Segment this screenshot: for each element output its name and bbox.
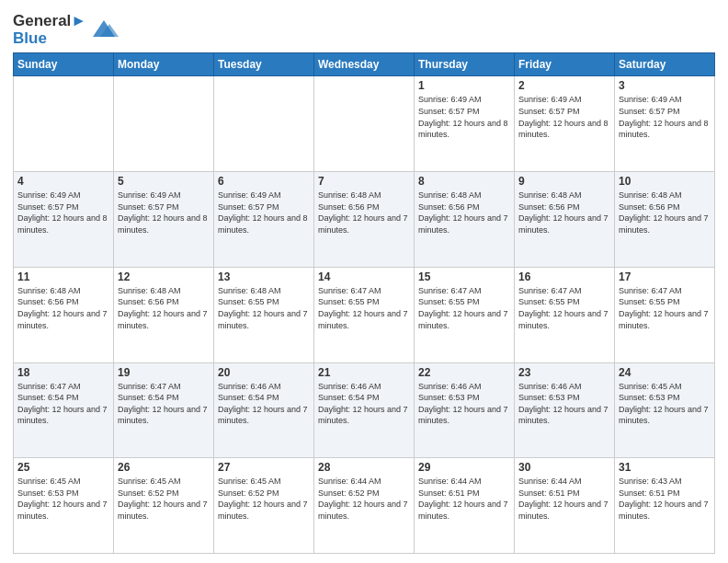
cell-info: Sunrise: 6:44 AMSunset: 6:51 PMDaylight:… (518, 476, 610, 522)
cell-info: Sunrise: 6:47 AMSunset: 6:54 PMDaylight:… (17, 381, 109, 427)
calendar-cell: 11Sunrise: 6:48 AMSunset: 6:56 PMDayligh… (14, 267, 114, 362)
cell-info: Sunrise: 6:48 AMSunset: 6:55 PMDaylight:… (218, 285, 310, 331)
calendar-cell (214, 76, 314, 172)
logo-blue-text: Blue (13, 30, 86, 48)
cell-info: Sunrise: 6:47 AMSunset: 6:55 PMDaylight:… (318, 285, 410, 331)
day-number: 25 (17, 461, 109, 474)
cell-info: Sunrise: 6:46 AMSunset: 6:54 PMDaylight:… (218, 381, 310, 427)
day-number: 26 (118, 461, 210, 474)
day-number: 9 (518, 175, 610, 188)
col-tuesday: Tuesday (214, 53, 314, 76)
cell-info: Sunrise: 6:49 AMSunset: 6:57 PMDaylight:… (17, 190, 109, 236)
day-number: 20 (218, 366, 310, 379)
col-saturday: Saturday (615, 53, 715, 76)
calendar-cell: 18Sunrise: 6:47 AMSunset: 6:54 PMDayligh… (14, 362, 114, 458)
day-number: 8 (418, 175, 510, 188)
day-number: 28 (318, 461, 410, 474)
cell-info: Sunrise: 6:48 AMSunset: 6:56 PMDaylight:… (17, 285, 109, 331)
cell-info: Sunrise: 6:49 AMSunset: 6:57 PMDaylight:… (518, 94, 610, 140)
cell-info: Sunrise: 6:45 AMSunset: 6:53 PMDaylight:… (17, 476, 109, 522)
calendar-cell (14, 76, 114, 172)
day-number: 7 (318, 175, 410, 188)
day-number: 23 (518, 366, 610, 379)
header: General► Blue (13, 9, 715, 47)
calendar-table: Sunday Monday Tuesday Wednesday Thursday… (13, 52, 715, 554)
calendar-cell: 24Sunrise: 6:45 AMSunset: 6:53 PMDayligh… (615, 362, 715, 458)
col-thursday: Thursday (415, 53, 515, 76)
day-number: 12 (118, 270, 210, 283)
day-number: 18 (17, 366, 109, 379)
calendar-header-row: Sunday Monday Tuesday Wednesday Thursday… (14, 53, 715, 76)
col-monday: Monday (114, 53, 214, 76)
calendar-week-2: 4Sunrise: 6:49 AMSunset: 6:57 PMDaylight… (14, 172, 715, 268)
cell-info: Sunrise: 6:49 AMSunset: 6:57 PMDaylight:… (218, 190, 310, 236)
calendar-cell: 14Sunrise: 6:47 AMSunset: 6:55 PMDayligh… (314, 267, 415, 362)
calendar-cell: 8Sunrise: 6:48 AMSunset: 6:56 PMDaylight… (415, 172, 515, 268)
calendar-cell (314, 76, 415, 172)
day-number: 24 (619, 366, 711, 379)
calendar-cell: 6Sunrise: 6:49 AMSunset: 6:57 PMDaylight… (214, 172, 314, 268)
cell-info: Sunrise: 6:46 AMSunset: 6:53 PMDaylight:… (518, 381, 610, 427)
day-number: 16 (518, 270, 610, 283)
cell-info: Sunrise: 6:47 AMSunset: 6:54 PMDaylight:… (118, 381, 210, 427)
calendar-cell: 13Sunrise: 6:48 AMSunset: 6:55 PMDayligh… (214, 267, 314, 362)
calendar-cell: 20Sunrise: 6:46 AMSunset: 6:54 PMDayligh… (214, 362, 314, 458)
calendar-cell: 21Sunrise: 6:46 AMSunset: 6:54 PMDayligh… (314, 362, 415, 458)
calendar-cell: 16Sunrise: 6:47 AMSunset: 6:55 PMDayligh… (515, 267, 615, 362)
calendar-cell: 2Sunrise: 6:49 AMSunset: 6:57 PMDaylight… (515, 76, 615, 172)
cell-info: Sunrise: 6:45 AMSunset: 6:52 PMDaylight:… (118, 476, 210, 522)
cell-info: Sunrise: 6:45 AMSunset: 6:53 PMDaylight:… (619, 381, 711, 427)
day-number: 15 (418, 270, 510, 283)
calendar-week-5: 25Sunrise: 6:45 AMSunset: 6:53 PMDayligh… (14, 458, 715, 554)
calendar-cell: 9Sunrise: 6:48 AMSunset: 6:56 PMDaylight… (515, 172, 615, 268)
cell-info: Sunrise: 6:49 AMSunset: 6:57 PMDaylight:… (619, 94, 711, 140)
day-number: 19 (118, 366, 210, 379)
calendar-cell: 28Sunrise: 6:44 AMSunset: 6:52 PMDayligh… (314, 458, 415, 554)
day-number: 2 (518, 79, 610, 92)
col-friday: Friday (515, 53, 615, 76)
calendar-cell: 12Sunrise: 6:48 AMSunset: 6:56 PMDayligh… (114, 267, 214, 362)
cell-info: Sunrise: 6:46 AMSunset: 6:54 PMDaylight:… (318, 381, 410, 427)
day-number: 3 (619, 79, 711, 92)
cell-info: Sunrise: 6:48 AMSunset: 6:56 PMDaylight:… (619, 190, 711, 236)
cell-info: Sunrise: 6:48 AMSunset: 6:56 PMDaylight:… (418, 190, 510, 236)
calendar-cell: 25Sunrise: 6:45 AMSunset: 6:53 PMDayligh… (14, 458, 114, 554)
cell-info: Sunrise: 6:47 AMSunset: 6:55 PMDaylight:… (418, 285, 510, 331)
cell-info: Sunrise: 6:49 AMSunset: 6:57 PMDaylight:… (418, 94, 510, 140)
day-number: 10 (619, 175, 711, 188)
calendar-cell: 27Sunrise: 6:45 AMSunset: 6:52 PMDayligh… (214, 458, 314, 554)
cell-info: Sunrise: 6:45 AMSunset: 6:52 PMDaylight:… (218, 476, 310, 522)
cell-info: Sunrise: 6:43 AMSunset: 6:51 PMDaylight:… (619, 476, 711, 522)
calendar-cell: 4Sunrise: 6:49 AMSunset: 6:57 PMDaylight… (14, 172, 114, 268)
cell-info: Sunrise: 6:47 AMSunset: 6:55 PMDaylight:… (619, 285, 711, 331)
calendar-cell: 30Sunrise: 6:44 AMSunset: 6:51 PMDayligh… (515, 458, 615, 554)
calendar-cell: 17Sunrise: 6:47 AMSunset: 6:55 PMDayligh… (615, 267, 715, 362)
cell-info: Sunrise: 6:44 AMSunset: 6:51 PMDaylight:… (418, 476, 510, 522)
cell-info: Sunrise: 6:48 AMSunset: 6:56 PMDaylight:… (118, 285, 210, 331)
cell-info: Sunrise: 6:46 AMSunset: 6:53 PMDaylight:… (418, 381, 510, 427)
calendar-cell: 19Sunrise: 6:47 AMSunset: 6:54 PMDayligh… (114, 362, 214, 458)
day-number: 22 (418, 366, 510, 379)
cell-info: Sunrise: 6:49 AMSunset: 6:57 PMDaylight:… (118, 190, 210, 236)
day-number: 1 (418, 79, 510, 92)
calendar-cell: 23Sunrise: 6:46 AMSunset: 6:53 PMDayligh… (515, 362, 615, 458)
calendar-cell: 31Sunrise: 6:43 AMSunset: 6:51 PMDayligh… (615, 458, 715, 554)
day-number: 31 (619, 461, 711, 474)
calendar-week-1: 1Sunrise: 6:49 AMSunset: 6:57 PMDaylight… (14, 76, 715, 172)
calendar-cell: 15Sunrise: 6:47 AMSunset: 6:55 PMDayligh… (415, 267, 515, 362)
cell-info: Sunrise: 6:48 AMSunset: 6:56 PMDaylight:… (318, 190, 410, 236)
day-number: 5 (118, 175, 210, 188)
calendar-cell: 3Sunrise: 6:49 AMSunset: 6:57 PMDaylight… (615, 76, 715, 172)
cell-info: Sunrise: 6:47 AMSunset: 6:55 PMDaylight:… (518, 285, 610, 331)
calendar-cell: 7Sunrise: 6:48 AMSunset: 6:56 PMDaylight… (314, 172, 415, 268)
calendar-week-3: 11Sunrise: 6:48 AMSunset: 6:56 PMDayligh… (14, 267, 715, 362)
cell-info: Sunrise: 6:48 AMSunset: 6:56 PMDaylight:… (518, 190, 610, 236)
logo-general: General► (13, 13, 86, 30)
calendar-cell: 10Sunrise: 6:48 AMSunset: 6:56 PMDayligh… (615, 172, 715, 268)
calendar-cell: 22Sunrise: 6:46 AMSunset: 6:53 PMDayligh… (415, 362, 515, 458)
col-wednesday: Wednesday (314, 53, 415, 76)
calendar-cell: 29Sunrise: 6:44 AMSunset: 6:51 PMDayligh… (415, 458, 515, 554)
day-number: 27 (218, 461, 310, 474)
day-number: 29 (418, 461, 510, 474)
day-number: 11 (17, 270, 109, 283)
